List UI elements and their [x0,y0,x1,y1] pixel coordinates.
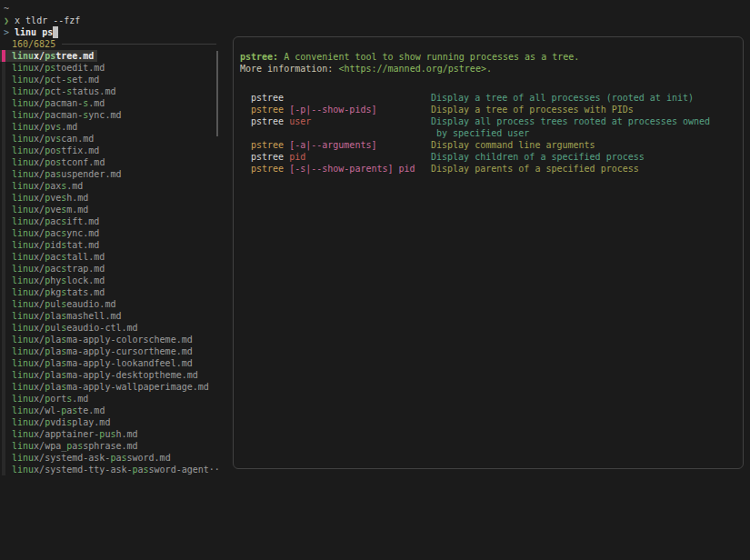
result-item[interactable]: linux/pasuspender.md [0,168,121,180]
result-item-label: linux/systemd-ask-password.md [12,452,171,464]
more-info-url: <https://manned.org/pstree>. [338,64,492,74]
result-item[interactable]: linux/pvs.md [0,121,77,133]
result-item-label: linux/wpa_passphrase.md [12,440,138,452]
item-gutter [2,405,5,416]
result-item[interactable]: linux/systemd-ask-password.md [0,452,171,464]
item-gutter [2,215,5,227]
results-list: linux/pstree.mdlinux/pstoedit.mdlinux/pc… [0,50,220,475]
result-item[interactable]: linux/plasma-apply-lookandfeel.md [0,357,193,369]
item-gutter [2,227,5,239]
result-item[interactable]: linux/pstree.md [0,50,97,62]
result-item[interactable]: linux/postconf.md [0,156,105,168]
terminal-screen: ~ ❯ x tldr --fzf > linu ps 160/6825 linu… [0,0,750,560]
item-gutter [2,239,5,251]
item-gutter [2,464,5,475]
tool-name: pstree: [240,52,278,62]
result-item[interactable]: linux/postfix.md [0,145,99,156]
example-description: Display command line arguments [431,139,735,151]
result-item[interactable]: linux/plasma-apply-colorscheme.md [0,334,193,345]
example-row: pstree [-p|--show-pids]Display a tree of… [240,104,735,115]
result-item-label: linux/pulseaudio-ctl.md [12,322,138,334]
result-item[interactable]: linux/pacman-s.md [0,97,105,109]
item-gutter [2,97,5,109]
text-cursor [53,26,58,38]
example-row: pstree [-s|--show-parents] pidDisplay pa… [240,163,735,175]
example-row: pstree userDisplay all process trees roo… [240,115,735,139]
result-item[interactable]: linux/pvdisplay.md [0,416,110,428]
result-item-label: linux/plasma-apply-wallpaperimage.md [12,381,209,393]
example-description: Display children of a specified process [431,151,735,163]
example-description: Display parents of a specified process [431,163,735,175]
result-item-label: linux/pstoedit.md [12,62,105,74]
list-scrollbar[interactable] [216,51,218,136]
item-gutter [2,251,5,263]
more-info-label: More information: [240,64,338,74]
result-item-label: linux/postfix.md [12,145,99,156]
result-item[interactable]: linux/pulseaudio.md [0,298,115,310]
item-gutter [2,109,5,121]
result-item-label: linux/pvesm.md [12,204,88,215]
result-item-label: linux/ports.md [12,393,88,405]
item-gutter [2,393,5,405]
item-gutter [2,133,5,145]
fzf-query-input[interactable]: > linu ps [4,26,80,38]
result-item-label: linux/systemd-tty-ask-password-agent·· [12,464,220,475]
result-item-label: linux/pvesh.md [12,192,88,204]
result-item[interactable]: linux/pacstrap.md [0,263,105,275]
item-gutter [2,440,5,452]
result-item[interactable]: linux/pstoedit.md [0,62,105,74]
result-item[interactable]: linux/pacsift.md [0,215,99,227]
result-item[interactable]: linux/pct-status.md [0,85,115,97]
result-item[interactable]: linux/plasma-apply-wallpaperimage.md [0,381,209,393]
example-command: pstree pid [240,151,431,163]
result-item-label: linux/wl-paste.md [12,405,105,416]
result-item-label: linux/plasma-apply-colorscheme.md [12,334,193,345]
item-gutter [2,428,5,440]
result-item[interactable]: linux/pacstall.md [0,251,105,263]
shell-command-line: ❯ x tldr --fzf [4,15,80,26]
item-gutter [2,180,5,192]
result-item-label: linux/plasma-apply-lookandfeel.md [12,357,193,369]
item-gutter [2,416,5,428]
item-gutter [2,310,5,322]
result-item[interactable]: linux/paxs.md [0,180,83,192]
prompt-block: ~ ❯ x tldr --fzf > linu ps [0,0,80,38]
result-item[interactable]: linux/systemd-tty-ask-password-agent·· [0,464,220,475]
item-gutter [2,322,5,334]
result-item[interactable]: linux/pacsync.md [0,227,99,239]
result-item[interactable]: linux/pvscan.md [0,133,94,145]
result-item[interactable]: linux/pvesh.md [0,192,88,204]
result-item[interactable]: linux/wpa_passphrase.md [0,440,138,452]
result-item[interactable]: linux/wl-paste.md [0,405,105,416]
result-item[interactable]: linux/pacman-sync.md [0,109,121,121]
example-row: pstree pidDisplay children of a specifie… [240,151,735,163]
result-item[interactable]: linux/pkgstats.md [0,286,105,298]
result-item[interactable]: linux/plasmashell.md [0,310,121,322]
result-item-label: linux/pacstrap.md [12,263,105,275]
result-item[interactable]: linux/pulseaudio-ctl.md [0,322,138,334]
example-command: pstree [-s|--show-parents] pid [240,163,431,175]
example-command: pstree [-a|--arguments] [240,139,431,151]
result-item[interactable]: linux/pvesm.md [0,204,88,215]
result-item[interactable]: linux/ports.md [0,393,88,405]
item-gutter [2,156,5,168]
item-pointer [2,50,5,62]
query-text: linu ps [15,27,53,37]
example-row: pstree [-a|--arguments]Display command l… [240,139,735,151]
result-item[interactable]: linux/apptainer-push.md [0,428,138,440]
result-item[interactable]: linux/plasma-apply-cursortheme.md [0,345,193,357]
result-item-label: linux/pkgstats.md [12,286,105,298]
item-gutter [2,357,5,369]
result-item-label: linux/pvscan.md [12,133,94,145]
result-item[interactable]: linux/pct-set.md [0,74,99,85]
result-item[interactable]: linux/physlock.md [0,275,105,286]
result-item[interactable]: linux/plasma-apply-desktoptheme.md [0,369,198,381]
item-gutter [2,62,5,74]
result-item[interactable]: linux/pidstat.md [0,239,99,251]
preview-pane: pstree: A convenient tool to show runnin… [233,36,744,469]
item-gutter [2,192,5,204]
result-item-label: linux/plasma-apply-cursortheme.md [12,345,193,357]
result-item-label: linux/pstree.md [12,50,94,62]
item-gutter [2,168,5,180]
item-gutter [2,145,5,156]
